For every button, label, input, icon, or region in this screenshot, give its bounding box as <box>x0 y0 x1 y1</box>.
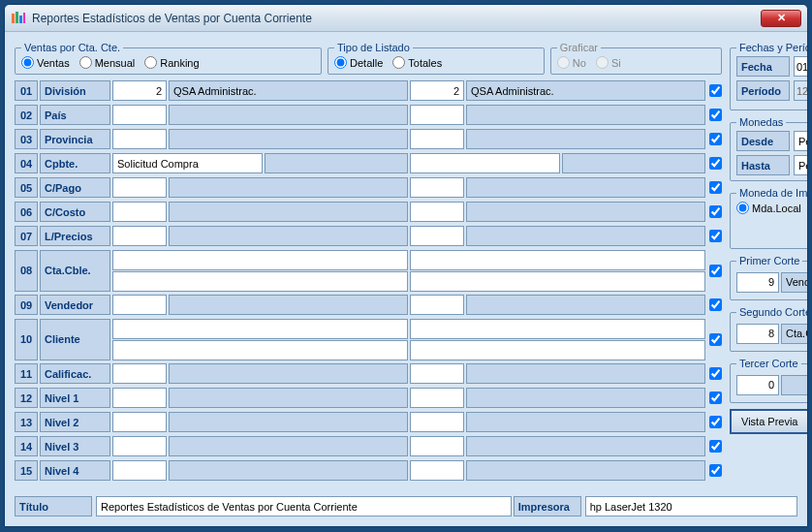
radio-mensual[interactable]: Mensual <box>79 56 136 69</box>
pais-from-code[interactable] <box>112 105 167 125</box>
radio-totales[interactable]: Totales <box>392 56 442 69</box>
pais-to-code[interactable] <box>410 105 464 125</box>
vendedor-check[interactable] <box>709 298 722 311</box>
cpbte-from-b[interactable] <box>265 153 408 173</box>
nivel1-check[interactable] <box>709 391 722 404</box>
cliente-from-b[interactable] <box>112 340 408 360</box>
vendedor-to-text[interactable] <box>466 295 705 315</box>
row-label: Nivel 3 <box>40 436 110 456</box>
content-area: Ventas por Cta. Cte. Ventas Mensual Rank… <box>5 32 807 492</box>
division-from-text[interactable] <box>169 80 408 101</box>
cliente-from-a[interactable] <box>112 319 408 339</box>
fecha-from[interactable] <box>794 56 808 77</box>
nivel1-to-code[interactable] <box>410 388 464 408</box>
row-vendedor: 09 Vendedor <box>15 293 722 317</box>
ctacble-to-b[interactable] <box>410 271 705 292</box>
vista-previa-button[interactable]: Vista Previa <box>730 409 808 434</box>
vendedor-to-code[interactable] <box>410 295 464 315</box>
nivel1-from-text[interactable] <box>169 388 408 408</box>
nivel3-to-text[interactable] <box>466 436 705 456</box>
nivel3-from-code[interactable] <box>112 436 167 456</box>
nivel2-from-text[interactable] <box>169 412 408 432</box>
titulo-field[interactable] <box>96 496 512 516</box>
vendedor-from-code[interactable] <box>112 295 167 315</box>
cpbte-to[interactable] <box>410 153 560 173</box>
radio-mdalocal[interactable]: Mda.Local <box>736 202 808 214</box>
nivel2-to-code[interactable] <box>410 412 464 432</box>
radio-detalle[interactable]: Detalle <box>334 56 383 69</box>
division-check[interactable] <box>709 84 722 97</box>
cpbte-check[interactable] <box>709 157 722 170</box>
cliente-to-b[interactable] <box>410 340 705 360</box>
nivel4-from-code[interactable] <box>112 460 167 481</box>
provincia-check[interactable] <box>709 133 722 145</box>
legend-tipo: Tipo de Listado <box>334 42 413 53</box>
calificac-from-text[interactable] <box>169 363 408 384</box>
provincia-to-code[interactable] <box>410 129 464 149</box>
cpago-from-code[interactable] <box>112 177 167 198</box>
division-to-text[interactable] <box>466 80 705 101</box>
nivel2-to-text[interactable] <box>466 412 705 432</box>
nivel4-from-text[interactable] <box>169 460 408 481</box>
pais-from-text[interactable] <box>169 105 408 125</box>
cpago-to-text[interactable] <box>466 177 705 198</box>
pais-check[interactable] <box>709 109 722 121</box>
moneda-desde[interactable] <box>794 131 808 151</box>
provincia-from-code[interactable] <box>112 129 167 149</box>
tercer-corte-text[interactable] <box>781 375 808 395</box>
pais-to-text[interactable] <box>466 105 705 125</box>
segundo-corte-val[interactable] <box>736 324 779 344</box>
nivel4-check[interactable] <box>709 464 722 477</box>
division-from-code[interactable] <box>112 80 167 101</box>
nivel1-from-code[interactable] <box>112 388 167 408</box>
cpago-check[interactable] <box>709 181 722 194</box>
nivel2-check[interactable] <box>709 416 722 428</box>
vendedor-from-text[interactable] <box>169 295 408 315</box>
nivel2-from-code[interactable] <box>112 412 167 432</box>
primer-corte-text[interactable] <box>781 272 808 293</box>
cliente-to-a[interactable] <box>410 319 705 339</box>
cpbte-from[interactable] <box>112 153 263 173</box>
ccosto-check[interactable] <box>709 205 722 218</box>
ccosto-from-code[interactable] <box>112 202 167 222</box>
lprecios-from-text[interactable] <box>169 226 408 246</box>
ccosto-to-text[interactable] <box>466 202 705 222</box>
nivel4-to-code[interactable] <box>410 460 464 481</box>
calificac-to-text[interactable] <box>466 363 705 384</box>
ctacble-check[interactable] <box>709 265 722 277</box>
ctacble-from-a[interactable] <box>112 250 408 270</box>
impresora-field[interactable] <box>585 496 797 516</box>
radio-ventas[interactable]: Ventas <box>21 56 70 69</box>
svg-rect-2 <box>19 16 22 23</box>
moneda-hasta[interactable] <box>794 155 808 175</box>
ctacble-from-b[interactable] <box>112 271 408 292</box>
nivel3-to-code[interactable] <box>410 436 464 456</box>
lprecios-from-code[interactable] <box>112 226 167 246</box>
calificac-check[interactable] <box>709 367 722 380</box>
cpago-from-text[interactable] <box>169 177 408 198</box>
nivel4-to-text[interactable] <box>466 460 705 481</box>
nivel1-to-text[interactable] <box>466 388 705 408</box>
cliente-check[interactable] <box>709 333 722 346</box>
tercer-corte-val[interactable] <box>736 375 779 395</box>
close-button[interactable]: ✕ <box>761 10 801 27</box>
nivel3-from-text[interactable] <box>169 436 408 456</box>
row-label: C/Costo <box>40 202 110 222</box>
ccosto-to-code[interactable] <box>410 202 464 222</box>
calificac-to-code[interactable] <box>410 363 464 384</box>
ccosto-from-text[interactable] <box>169 202 408 222</box>
segundo-corte-text[interactable] <box>781 324 808 344</box>
lprecios-check[interactable] <box>709 230 722 242</box>
nivel3-check[interactable] <box>709 440 722 453</box>
ctacble-to-a[interactable] <box>410 250 705 270</box>
lprecios-to-text[interactable] <box>466 226 705 246</box>
radio-ranking[interactable]: Ranking <box>144 56 199 69</box>
primer-corte-val[interactable] <box>736 272 779 293</box>
cpbte-to-b[interactable] <box>562 153 705 173</box>
calificac-from-code[interactable] <box>112 363 167 384</box>
division-to-code[interactable] <box>410 80 464 101</box>
lprecios-to-code[interactable] <box>410 226 464 246</box>
provincia-to-text[interactable] <box>466 129 705 149</box>
cpago-to-code[interactable] <box>410 177 464 198</box>
provincia-from-text[interactable] <box>169 129 408 149</box>
